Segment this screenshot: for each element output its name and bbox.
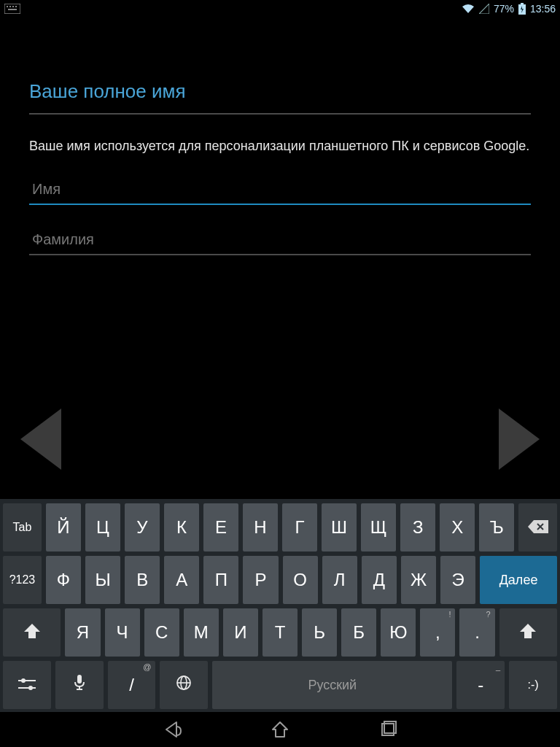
clock-text: 13:56 <box>530 3 556 15</box>
key-settings[interactable] <box>3 661 51 709</box>
next-arrow-button[interactable] <box>499 409 540 470</box>
key-letter[interactable]: Ю <box>381 608 416 657</box>
battery-charging-icon <box>518 3 526 15</box>
key-sub: ! <box>448 610 451 619</box>
key-letter[interactable]: Г <box>282 503 317 551</box>
key-letter[interactable]: Ф <box>46 556 81 604</box>
svg-rect-3 <box>12 6 14 7</box>
last-name-input[interactable] <box>29 225 531 255</box>
key-main: . <box>475 622 480 643</box>
wifi-icon <box>462 4 475 14</box>
svg-rect-7 <box>521 3 524 4</box>
keyboard-indicator-icon <box>4 4 20 14</box>
key-letter[interactable]: Ц <box>85 503 120 551</box>
key-letter[interactable]: Е <box>203 503 238 551</box>
shift-icon <box>520 622 536 643</box>
key-letter[interactable]: П <box>203 556 238 604</box>
system-nav-bar <box>0 712 560 747</box>
back-arrow-button[interactable] <box>20 409 61 470</box>
key-enter[interactable]: Далее <box>480 556 557 604</box>
key-letter[interactable]: Л <box>322 556 357 604</box>
key-sub: ? <box>486 610 490 619</box>
key-letter[interactable]: Б <box>341 608 376 657</box>
key-letter[interactable]: Ы <box>85 556 120 604</box>
key-slash[interactable]: @/ <box>108 661 156 709</box>
key-letter[interactable]: З <box>400 503 435 551</box>
key-backspace[interactable] <box>518 503 557 551</box>
svg-rect-4 <box>15 6 17 7</box>
svg-point-11 <box>28 686 33 690</box>
key-letter[interactable]: Ж <box>401 556 436 604</box>
key-letter[interactable]: М <box>184 608 219 657</box>
key-letter[interactable]: Я <box>65 608 100 657</box>
key-letter[interactable]: Т <box>262 608 298 657</box>
key-letter[interactable]: С <box>144 608 179 657</box>
battery-text: 77% <box>494 3 514 15</box>
first-name-input[interactable] <box>29 175 531 205</box>
key-letter[interactable]: Р <box>243 556 278 604</box>
key-letter[interactable]: Ь <box>302 608 337 657</box>
key-tab[interactable]: Tab <box>3 503 42 551</box>
key-symbols[interactable]: ?123 <box>3 556 42 604</box>
key-letter[interactable]: А <box>164 556 199 604</box>
shift-icon <box>24 622 40 643</box>
globe-icon <box>176 675 192 695</box>
mic-icon <box>74 675 85 695</box>
key-emoticon[interactable]: :-) <box>509 661 557 709</box>
nav-home-button[interactable] <box>270 719 290 740</box>
key-main: - <box>478 675 483 695</box>
key-letter[interactable]: И <box>223 608 258 657</box>
key-letter[interactable]: Й <box>46 503 81 551</box>
key-letter[interactable]: Х <box>440 503 475 551</box>
status-bar: 77% 13:56 <box>0 0 560 18</box>
key-sub: @ <box>143 662 151 671</box>
key-letter[interactable]: К <box>164 503 199 551</box>
nav-recents-button[interactable] <box>378 719 398 740</box>
nav-back-button[interactable] <box>162 719 182 740</box>
nav-arrows <box>0 409 560 470</box>
title-divider <box>29 113 531 115</box>
svg-rect-1 <box>7 6 8 7</box>
key-space[interactable]: Русский <box>212 661 452 709</box>
key-letter[interactable]: Д <box>362 556 397 604</box>
key-letter[interactable]: Щ <box>361 503 396 551</box>
key-main: , <box>435 622 440 643</box>
key-sub: _ <box>496 662 500 671</box>
key-main: / <box>129 675 134 695</box>
setup-form: Ваше полное имя Ваше имя используется дл… <box>0 18 560 276</box>
key-letter[interactable]: Ш <box>322 503 357 551</box>
key-dash[interactable]: _- <box>456 661 505 709</box>
key-shift-left[interactable] <box>3 608 61 657</box>
key-letter[interactable]: Н <box>243 503 278 551</box>
key-letter[interactable]: Ч <box>105 608 140 657</box>
key-shift-right[interactable] <box>499 608 557 657</box>
key-letter[interactable]: О <box>283 556 318 604</box>
cell-signal-icon <box>479 4 489 14</box>
key-letter[interactable]: Ъ <box>479 503 514 551</box>
svg-rect-2 <box>9 6 11 7</box>
key-letter[interactable]: Э <box>440 556 475 604</box>
sliders-icon <box>18 675 36 695</box>
key-letter[interactable]: В <box>125 556 160 604</box>
svg-rect-5 <box>8 9 17 10</box>
page-description: Ваше имя используется для персонализации… <box>29 136 531 156</box>
svg-rect-12 <box>77 675 82 684</box>
key-letter[interactable]: У <box>125 503 160 551</box>
key-language[interactable] <box>160 661 208 709</box>
backspace-icon <box>528 517 548 538</box>
key-period[interactable]: ?. <box>459 608 494 657</box>
soft-keyboard: Tab Й Ц У К Е Н Г Ш Щ З Х Ъ ?123 Ф Ы В А… <box>0 499 560 712</box>
key-voice[interactable] <box>55 661 104 709</box>
key-comma[interactable]: !, <box>420 608 455 657</box>
svg-point-9 <box>21 678 26 683</box>
page-title: Ваше полное имя <box>29 80 531 103</box>
